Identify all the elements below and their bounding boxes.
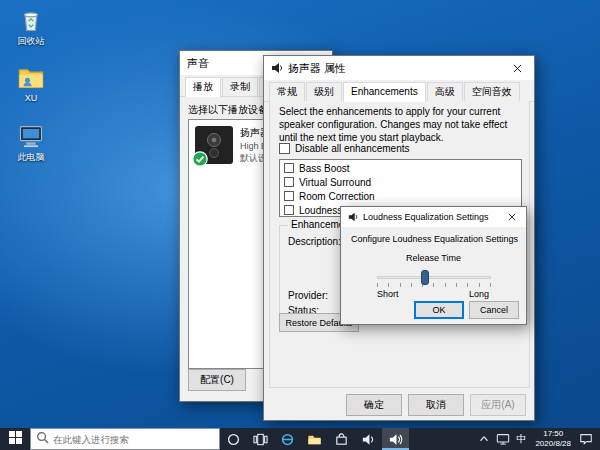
desktop-icon-label: XU bbox=[4, 93, 58, 103]
enhancement-label: Room Correction bbox=[299, 191, 375, 202]
desktop-icon-this-pc[interactable]: 此电脑 bbox=[4, 122, 58, 164]
long-label: Long bbox=[469, 289, 489, 299]
search-icon bbox=[36, 430, 49, 448]
loudness-equalization-dialog: Loudness Equalization Settings Configure… bbox=[340, 206, 527, 325]
tab-enhancements[interactable]: Enhancements bbox=[343, 82, 426, 102]
speaker-icon bbox=[348, 212, 358, 222]
cancel-button[interactable]: Cancel bbox=[469, 301, 519, 319]
provider-label: Provider: bbox=[288, 290, 328, 301]
configure-loudness-text: Configure Loudness Equalization Settings bbox=[351, 234, 518, 244]
close-icon[interactable] bbox=[500, 56, 534, 80]
enhancements-intro-text: Select the enhancements to apply for you… bbox=[279, 105, 522, 144]
tab-general[interactable]: 常规 bbox=[269, 82, 305, 101]
task-view-icon[interactable] bbox=[247, 428, 274, 450]
desktop-icon-label: 回收站 bbox=[4, 35, 58, 48]
desktop-icon-user-folder[interactable]: XU bbox=[4, 64, 58, 103]
clock-time: 17:50 bbox=[535, 429, 571, 439]
speaker-icon bbox=[271, 62, 283, 74]
speaker-app-icon[interactable] bbox=[355, 428, 382, 450]
ok-button[interactable]: OK bbox=[414, 301, 464, 319]
enhancement-checkbox[interactable] bbox=[284, 177, 294, 187]
taskbar: 中 17:50 2020/8/28 bbox=[0, 428, 600, 450]
enhancement-label: Virtual Surround bbox=[299, 177, 371, 188]
disable-all-checkbox[interactable] bbox=[279, 143, 290, 154]
enhancement-checkbox[interactable] bbox=[284, 205, 294, 215]
properties-title: 扬声器 属性 bbox=[288, 61, 346, 76]
disable-all-label: Disable all enhancements bbox=[295, 143, 410, 154]
enhancement-row[interactable]: Bass Boost bbox=[280, 161, 521, 175]
enhancement-row[interactable]: Virtual Surround bbox=[280, 175, 521, 189]
tab-recording[interactable]: 录制 bbox=[222, 77, 258, 96]
tab-playback[interactable]: 播放 bbox=[185, 77, 221, 97]
ok-button[interactable]: 确定 bbox=[346, 394, 402, 416]
loudness-dialog-title: Loudness Equalization Settings bbox=[363, 212, 489, 222]
desktop-icon-recycle-bin[interactable]: 回收站 bbox=[4, 6, 58, 48]
network-icon[interactable] bbox=[493, 432, 512, 446]
file-explorer-icon[interactable] bbox=[301, 428, 328, 450]
release-time-slider[interactable] bbox=[377, 270, 491, 290]
slider-ticks bbox=[377, 283, 491, 287]
slider-track[interactable] bbox=[377, 276, 491, 279]
properties-tabs: 常规 级别 Enhancements 高级 空间音效 bbox=[264, 80, 534, 102]
system-tray: 中 17:50 2020/8/28 bbox=[474, 428, 600, 450]
enhancement-checkbox[interactable] bbox=[284, 191, 294, 201]
cortana-icon[interactable] bbox=[220, 428, 247, 450]
tab-spatial-sound[interactable]: 空间音效 bbox=[464, 82, 520, 101]
properties-titlebar[interactable]: 扬声器 属性 bbox=[264, 56, 534, 80]
cancel-button[interactable]: 取消 bbox=[408, 394, 464, 416]
store-icon[interactable] bbox=[328, 428, 355, 450]
desktop-icon-label: 此电脑 bbox=[4, 151, 58, 164]
speaker-device-icon bbox=[195, 126, 233, 164]
clock[interactable]: 17:50 2020/8/28 bbox=[530, 429, 576, 450]
disable-all-enhancements-row[interactable]: Disable all enhancements bbox=[279, 143, 410, 154]
default-device-check-icon bbox=[192, 151, 208, 167]
edge-icon[interactable] bbox=[274, 428, 301, 450]
recycle-bin-icon bbox=[4, 6, 58, 34]
loudness-titlebar[interactable]: Loudness Equalization Settings bbox=[341, 207, 526, 227]
slider-thumb[interactable] bbox=[421, 270, 429, 285]
search-input[interactable] bbox=[53, 434, 214, 445]
this-pc-icon bbox=[4, 122, 58, 150]
chevron-up-icon[interactable] bbox=[474, 432, 493, 446]
sound-mixer-app-icon[interactable] bbox=[382, 428, 409, 450]
tab-advanced[interactable]: 高级 bbox=[427, 82, 463, 101]
sound-window-title: 声音 bbox=[187, 56, 209, 71]
configure-button[interactable]: 配置(C) bbox=[188, 369, 246, 391]
clock-date: 2020/8/28 bbox=[535, 439, 571, 449]
tab-levels[interactable]: 级别 bbox=[306, 82, 342, 101]
enhancement-checkbox[interactable] bbox=[284, 163, 294, 173]
taskbar-search[interactable] bbox=[30, 428, 220, 450]
description-label: Description: bbox=[288, 236, 341, 247]
windows-logo-icon bbox=[9, 430, 22, 448]
user-folder-icon bbox=[4, 64, 58, 92]
desktop: 回收站 XU 此电脑 声音 播放 录制 声音 选择以下播放设备来修 bbox=[0, 0, 600, 450]
enhancement-row[interactable]: Room Correction bbox=[280, 189, 521, 203]
start-button[interactable] bbox=[0, 428, 30, 450]
short-label: Short bbox=[377, 289, 399, 299]
apply-button[interactable]: 应用(A) bbox=[470, 394, 526, 416]
notification-center-icon[interactable] bbox=[576, 432, 595, 446]
enhancement-label: Bass Boost bbox=[299, 163, 350, 174]
ime-indicator[interactable]: 中 bbox=[512, 432, 530, 446]
close-icon[interactable] bbox=[498, 207, 526, 227]
release-time-label: Release Time bbox=[341, 253, 526, 263]
